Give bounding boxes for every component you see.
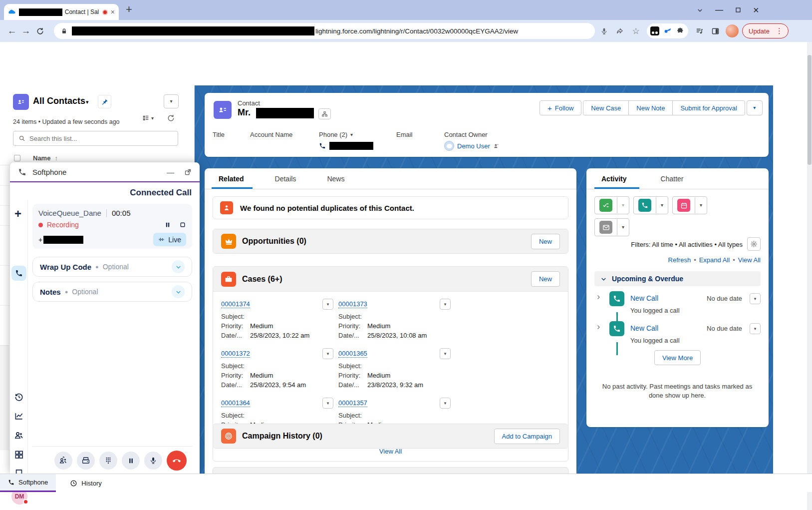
pause-recording-icon[interactable] bbox=[164, 221, 171, 228]
name-column-header[interactable]: Name bbox=[33, 154, 50, 162]
url-bar[interactable]: lightning.force.com/lightning/r/Contact/… bbox=[54, 23, 595, 39]
task-dropdown-icon[interactable]: ▾ bbox=[617, 197, 629, 213]
call-dropdown-icon[interactable]: ▾ bbox=[656, 197, 668, 213]
notes-chevron-icon[interactable] bbox=[172, 285, 185, 298]
new-opportunity-button[interactable]: New bbox=[531, 234, 560, 249]
contacts-icon[interactable] bbox=[14, 430, 24, 440]
scrollbar-thumb[interactable] bbox=[808, 55, 812, 165]
submit-for-approval-button[interactable]: Submit for Approval bbox=[672, 101, 744, 115]
end-call-button[interactable] bbox=[167, 451, 187, 471]
transfer-call-icon[interactable] bbox=[54, 452, 72, 470]
window-maximize-icon[interactable] bbox=[735, 7, 741, 13]
expand-chevron-icon[interactable] bbox=[595, 294, 601, 300]
new-tab-button[interactable]: + bbox=[126, 3, 132, 16]
tab-news[interactable]: News bbox=[327, 175, 344, 183]
case-number-link[interactable]: 00001364 bbox=[221, 399, 250, 407]
live-badge[interactable]: Live bbox=[153, 233, 186, 246]
cases-view-all-link[interactable]: View All bbox=[379, 448, 402, 455]
playlist-icon[interactable] bbox=[692, 24, 706, 38]
new-event-button[interactable] bbox=[673, 199, 695, 212]
case-number-link[interactable]: 00001374 bbox=[221, 300, 250, 308]
case-number-link[interactable]: 00001372 bbox=[221, 350, 250, 358]
tab-search-chevron-icon[interactable] bbox=[697, 7, 703, 13]
owner-link[interactable]: Demo User bbox=[457, 142, 490, 150]
tab-activity[interactable]: Activity bbox=[601, 175, 627, 183]
opportunities-title[interactable]: Opportunities (0) bbox=[242, 237, 306, 246]
timeline-item-menu[interactable]: ▾ bbox=[750, 323, 761, 334]
window-close-icon[interactable]: × bbox=[753, 4, 759, 16]
case-number-link[interactable]: 00001373 bbox=[338, 300, 367, 308]
apps-grid-icon[interactable] bbox=[14, 450, 24, 460]
case-row-menu[interactable]: ▾ bbox=[322, 299, 333, 310]
window-minimize-icon[interactable]: — bbox=[715, 5, 723, 14]
timeline-item-menu[interactable]: ▾ bbox=[750, 293, 761, 304]
pin-button[interactable] bbox=[98, 95, 111, 108]
notes-section[interactable]: Notes ● Optional bbox=[32, 282, 192, 302]
new-case-button[interactable]: New Case bbox=[583, 101, 628, 115]
case-row-menu[interactable]: ▾ bbox=[440, 398, 451, 409]
follow-button[interactable]: + Follow bbox=[540, 100, 581, 115]
add-to-campaign-button[interactable]: Add to Campaign bbox=[494, 429, 560, 444]
active-call-tab-icon[interactable] bbox=[11, 266, 26, 281]
campaign-title[interactable]: Campaign History (0) bbox=[242, 432, 322, 441]
dialpad-icon[interactable] bbox=[99, 452, 117, 470]
wrapup-chevron-icon[interactable] bbox=[172, 260, 185, 273]
case-row-menu[interactable]: ▾ bbox=[322, 398, 333, 409]
browser-scrollbar[interactable] bbox=[807, 42, 812, 510]
case-row-menu[interactable]: ▾ bbox=[440, 299, 451, 310]
refresh-link[interactable]: Refresh bbox=[668, 256, 691, 264]
stop-recording-icon[interactable] bbox=[179, 221, 186, 228]
case-number-link[interactable]: 00001365 bbox=[338, 350, 367, 358]
bookmark-star-icon[interactable]: ☆ bbox=[629, 24, 643, 38]
reload-icon[interactable] bbox=[33, 24, 47, 38]
case-row-menu[interactable]: ▾ bbox=[440, 348, 451, 359]
view-more-button[interactable]: View More bbox=[654, 350, 701, 365]
browser-menu-kebab-icon[interactable]: ⋮ bbox=[773, 26, 786, 35]
activity-filter-gear-button[interactable] bbox=[747, 237, 761, 251]
expand-all-link[interactable]: Expand All bbox=[699, 256, 730, 264]
mic-icon[interactable] bbox=[597, 24, 611, 38]
minimize-icon[interactable]: — bbox=[163, 168, 178, 176]
utility-history-tab[interactable]: History bbox=[62, 474, 109, 492]
share-icon[interactable] bbox=[613, 24, 627, 38]
case-row-menu[interactable]: ▾ bbox=[322, 348, 333, 359]
hold-pause-icon[interactable] bbox=[122, 452, 140, 470]
browser-tab[interactable]: Contact | Sal × bbox=[4, 4, 119, 20]
list-search[interactable] bbox=[13, 131, 178, 146]
new-note-button[interactable]: New Note bbox=[628, 101, 672, 115]
browser-profile-avatar[interactable] bbox=[726, 24, 739, 37]
new-case-button[interactable]: New bbox=[531, 271, 560, 287]
new-call-link[interactable]: New Call bbox=[630, 324, 658, 332]
email-button[interactable] bbox=[595, 221, 617, 234]
popout-icon[interactable] bbox=[184, 168, 192, 176]
list-view-chevron-icon[interactable]: ▾ bbox=[86, 99, 89, 105]
log-call-button[interactable] bbox=[634, 199, 656, 212]
view-all-link[interactable]: View All bbox=[738, 256, 761, 264]
forward-icon[interactable]: → bbox=[19, 24, 33, 38]
change-owner-icon[interactable] bbox=[493, 143, 500, 149]
event-dropdown-icon[interactable]: ▾ bbox=[695, 197, 707, 213]
update-button[interactable]: Update ⋮ bbox=[742, 23, 789, 38]
phone-dropdown-icon[interactable]: ▾ bbox=[350, 132, 353, 137]
back-icon[interactable]: ← bbox=[5, 24, 19, 38]
tab-details[interactable]: Details bbox=[275, 175, 296, 183]
stats-chart-icon[interactable] bbox=[14, 411, 24, 421]
mute-mic-icon[interactable] bbox=[144, 452, 162, 470]
email-dropdown-icon[interactable]: ▾ bbox=[617, 219, 629, 235]
tab-chatter[interactable]: Chatter bbox=[661, 175, 684, 183]
extension-bw-icon[interactable] bbox=[650, 26, 659, 35]
sidebar-icon[interactable] bbox=[708, 24, 722, 38]
cases-title[interactable]: Cases (6+) bbox=[242, 275, 282, 284]
more-actions-dropdown[interactable]: ▾ bbox=[747, 100, 763, 115]
list-view-title[interactable]: All Contacts bbox=[33, 96, 85, 106]
list-search-input[interactable] bbox=[29, 135, 173, 142]
list-controls-dropdown[interactable]: ▾ bbox=[164, 94, 179, 108]
upcoming-overdue-header[interactable]: Upcoming & Overdue bbox=[594, 271, 761, 286]
extensions-puzzle-icon[interactable] bbox=[676, 27, 685, 35]
device-phone-icon[interactable] bbox=[77, 452, 95, 470]
display-as-control[interactable]: ▾ bbox=[142, 114, 154, 122]
new-call-link[interactable]: New Call bbox=[630, 294, 658, 302]
new-task-button[interactable] bbox=[595, 199, 617, 212]
utility-softphone-tab[interactable]: Softphone bbox=[0, 474, 56, 492]
case-number-link[interactable]: 00001357 bbox=[338, 399, 367, 407]
